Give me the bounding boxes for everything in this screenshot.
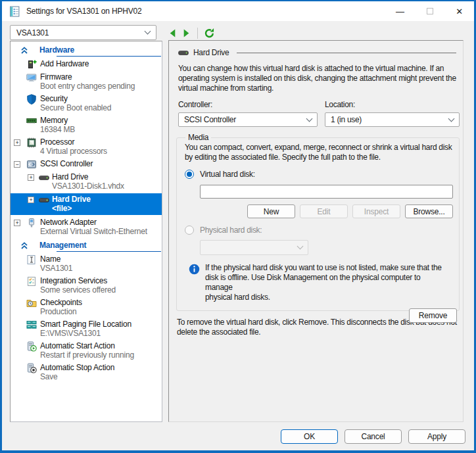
virtual-hard-disk-option: Virtual hard disk: bbox=[185, 170, 453, 179]
tree-item-subtitle: Production bbox=[40, 308, 162, 316]
section-underline bbox=[57, 56, 161, 57]
physical-hard-disk-radio[interactable] bbox=[185, 226, 194, 235]
tree-item-label: Security bbox=[40, 94, 162, 104]
tree-item-subtitle: <file> bbox=[52, 204, 162, 213]
tree-item-firmware[interactable]: FirmwareBoot entry changes pending bbox=[11, 72, 162, 91]
tree-item-add-hardware[interactable]: Add Hardware bbox=[11, 59, 162, 70]
tree-item-hard-drive[interactable]: +Hard DriveVSA1301-Disk1.vhdx bbox=[11, 172, 162, 191]
tree-item-label: Processor bbox=[40, 137, 162, 147]
vhd-button-row: New Edit Inspect Browse... bbox=[200, 204, 453, 218]
tree-item-label: Integration Services bbox=[40, 276, 162, 286]
controller-value: SCSI Controller bbox=[184, 115, 307, 124]
settings-window-icon bbox=[9, 6, 20, 17]
tree-section-header-management[interactable]: Management bbox=[11, 237, 162, 252]
tree-item-smart-paging-file-location[interactable]: Smart Paging File LocationE:\VMS\VSA1301 bbox=[11, 319, 162, 339]
tree-item-processor[interactable]: +Processor4 Virtual processors bbox=[11, 137, 162, 156]
tree-item-subtitle: 4 Virtual processors bbox=[40, 147, 162, 156]
physical-disk-combobox[interactable] bbox=[200, 240, 308, 255]
browse-button[interactable]: Browse... bbox=[405, 204, 453, 218]
tree-item-label: Network Adapter bbox=[40, 218, 162, 227]
tree-item-label: Smart Paging File Location bbox=[40, 320, 162, 329]
tree-item-subtitle: E:\VMS\VSA1301 bbox=[40, 329, 162, 338]
collapse-expander-icon[interactable]: − bbox=[14, 161, 20, 168]
network-adapter-icon bbox=[26, 218, 37, 228]
tree-item-automatic-start-action[interactable]: Automatic Start ActionRestart if previou… bbox=[11, 341, 162, 360]
remove-button[interactable]: Remove bbox=[409, 308, 457, 323]
location-combobox[interactable]: 1 (in use) bbox=[325, 112, 460, 127]
forward-button[interactable] bbox=[182, 29, 191, 37]
checkpoints-icon bbox=[26, 298, 37, 308]
expand-expander-icon[interactable]: + bbox=[14, 220, 20, 226]
tree-item-label: Automatic Stop Action bbox=[40, 363, 162, 373]
tree-item-security[interactable]: SecuritySecure Boot enabled bbox=[11, 93, 162, 113]
media-description: You can compact, convert, expand, merge,… bbox=[185, 143, 452, 162]
tree-item-subtitle: VSA1301 bbox=[40, 264, 162, 273]
ok-button[interactable]: OK bbox=[281, 429, 338, 444]
expand-expander-icon[interactable]: + bbox=[28, 197, 34, 203]
info-icon bbox=[189, 264, 200, 275]
hard-drive-icon bbox=[178, 47, 189, 58]
integration-services-icon bbox=[26, 276, 37, 287]
expand-expander-icon[interactable]: + bbox=[28, 174, 34, 181]
expand-expander-icon[interactable]: + bbox=[14, 139, 20, 146]
tree-item-subtitle: External Virtual Switch-Ethernet bbox=[40, 227, 162, 236]
virtual-hard-disk-label: Virtual hard disk: bbox=[200, 170, 255, 179]
tree-item-scsi-controller[interactable]: −SCSI Controller bbox=[11, 158, 162, 170]
maximize-button bbox=[415, 1, 444, 21]
new-button[interactable]: New bbox=[247, 204, 295, 218]
refresh-button[interactable] bbox=[204, 28, 215, 39]
chevron-down-icon bbox=[297, 243, 304, 250]
vm-selector-combobox[interactable]: VSA1301 bbox=[10, 25, 156, 40]
controller-label: Controller: bbox=[178, 100, 318, 109]
tree-item-label: Memory bbox=[40, 116, 162, 126]
tree-item-memory[interactable]: Memory16384 MB bbox=[11, 115, 162, 135]
hardware-tree: HardwareAdd HardwareFirmwareBoot entry c… bbox=[10, 41, 162, 422]
intro-text: You can change how this virtual hard dis… bbox=[178, 64, 459, 93]
titlebar: Settings for VSA1301 on HPHV02 — ✕ bbox=[2, 1, 474, 21]
virtual-hard-disk-path-input[interactable] bbox=[200, 185, 453, 199]
apply-button[interactable]: Apply bbox=[408, 429, 465, 444]
section-underline bbox=[57, 251, 161, 252]
media-legend: Media bbox=[185, 133, 211, 142]
name-icon bbox=[26, 254, 37, 265]
section-label: Hardware bbox=[39, 45, 74, 55]
edit-button[interactable]: Edit bbox=[300, 204, 348, 218]
chevron-down-icon bbox=[306, 115, 313, 122]
media-groupbox: Media You can compact, convert, expand, … bbox=[176, 133, 460, 311]
chevron-down-icon bbox=[145, 28, 151, 35]
memory-icon bbox=[26, 116, 37, 126]
auto-stop-icon bbox=[26, 363, 37, 373]
security-icon bbox=[26, 94, 37, 105]
location-value: 1 (in use) bbox=[331, 115, 449, 124]
navigation-toolbar bbox=[168, 28, 215, 38]
hard-drive-icon bbox=[39, 195, 49, 205]
window-title: Settings for VSA1301 on HPHV02 bbox=[26, 7, 141, 16]
auto-start-icon bbox=[26, 341, 37, 352]
tree-section-header-hardware[interactable]: Hardware bbox=[11, 41, 162, 57]
cancel-button[interactable]: Cancel bbox=[345, 429, 402, 444]
tree-item-integration-services[interactable]: Integration ServicesSome services offere… bbox=[11, 275, 162, 295]
controller-combobox[interactable]: SCSI Controller bbox=[178, 112, 318, 127]
tree-item-label: SCSI Controller bbox=[40, 159, 162, 169]
tree-item-hard-drive[interactable]: +Hard Drive<file> bbox=[11, 193, 162, 215]
close-button[interactable]: ✕ bbox=[444, 1, 474, 21]
chevron-down-icon bbox=[448, 115, 455, 122]
controller-location-row: Controller: SCSI Controller Location: 1 … bbox=[178, 100, 463, 127]
tree-item-network-adapter[interactable]: +Network AdapterExternal Virtual Switch-… bbox=[11, 217, 162, 237]
chevron-double-up-icon bbox=[20, 242, 28, 250]
tree-item-name[interactable]: NameVSA1301 bbox=[11, 254, 162, 274]
section-label: Management bbox=[39, 241, 86, 250]
minimize-button[interactable]: — bbox=[385, 1, 415, 21]
processor-icon bbox=[26, 137, 37, 148]
tree-item-subtitle: Boot entry changes pending bbox=[40, 82, 162, 91]
back-button[interactable] bbox=[168, 29, 177, 37]
tree-item-label: Hard Drive bbox=[52, 172, 162, 182]
virtual-hard-disk-radio[interactable] bbox=[185, 170, 194, 179]
header-rule bbox=[237, 53, 456, 53]
tree-item-subtitle: Restart if previously running bbox=[40, 351, 162, 360]
tree-item-label: Firmware bbox=[40, 72, 162, 82]
inspect-button[interactable]: Inspect bbox=[352, 204, 400, 218]
tree-item-automatic-stop-action[interactable]: Automatic Stop ActionSave bbox=[11, 362, 162, 382]
window-controls: — ✕ bbox=[385, 1, 474, 21]
tree-item-checkpoints[interactable]: CheckpointsProduction bbox=[11, 297, 162, 317]
